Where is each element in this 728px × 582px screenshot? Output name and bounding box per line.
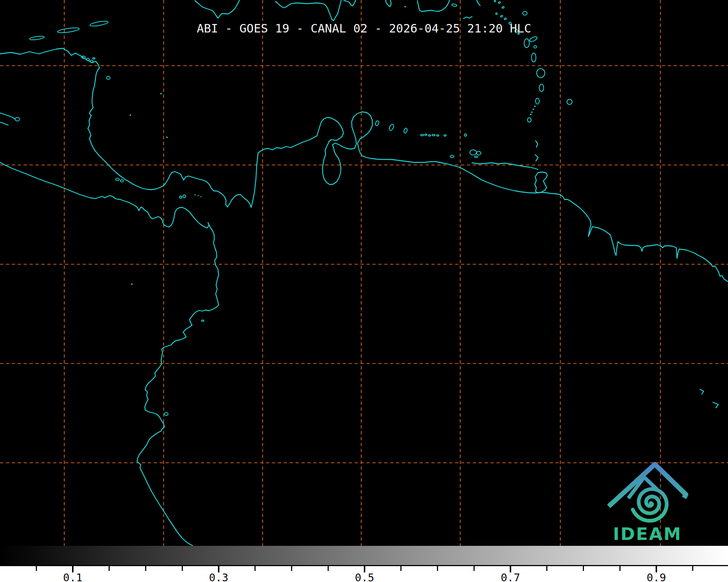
island-outline (375, 120, 379, 126)
colorbar-tick-label: 0.3 (209, 571, 228, 582)
island-outline (421, 134, 424, 136)
island-outline (428, 135, 431, 136)
colorbar-tick-label: 0.5 (355, 571, 374, 582)
islet-dot (166, 137, 168, 138)
island-outline (527, 118, 531, 122)
colorbar-minor-tick (145, 566, 146, 571)
island-outline (470, 150, 476, 155)
coastline (386, 0, 391, 7)
colorbar-minor-tick (437, 566, 438, 571)
islet-dot (531, 111, 533, 113)
colorbar-minor-tick (254, 566, 256, 571)
colorbar-minor-tick (619, 566, 621, 571)
island-outline (30, 35, 45, 40)
island-outline (498, 1, 500, 4)
island-outline (444, 135, 446, 136)
islet-dot (404, 6, 406, 7)
islet-dot (201, 196, 202, 197)
island-outline (524, 39, 529, 48)
ideam-logo-text: IDEAM (613, 524, 682, 544)
coastline (195, 0, 239, 18)
island-outline (529, 36, 538, 42)
product-title: ABI - GOES 19 - CANAL 02 - 2026-04-25 21… (0, 21, 728, 35)
colorbar-minor-tick (546, 566, 547, 571)
islet-dot (131, 283, 133, 285)
island-outline (164, 413, 168, 416)
coastline (417, 0, 450, 11)
satellite-map: IDEAM (0, 0, 728, 582)
island-outline (432, 134, 435, 136)
colorbar-minor-tick (583, 566, 584, 571)
coastline (536, 141, 538, 147)
colorbar-minor-tick (36, 566, 37, 571)
coastline (535, 172, 547, 193)
island-outline (120, 180, 123, 182)
island-outline (475, 156, 478, 158)
island-outline (532, 53, 536, 62)
coastline (535, 155, 538, 161)
island-outline (500, 15, 503, 17)
island-outline (539, 84, 544, 92)
islet-dot (160, 93, 162, 94)
ideam-logo-spiral-center (649, 501, 653, 505)
island-outline (180, 196, 182, 198)
island-outline (494, 0, 496, 2)
coastline (700, 389, 704, 394)
colorbar-minor-tick (692, 566, 693, 571)
coastline (276, 0, 341, 21)
colorbar-minor-tick (182, 566, 183, 571)
island-outline (403, 128, 408, 134)
coastline (464, 17, 472, 18)
islet-dot (130, 114, 131, 116)
island-outline (504, 18, 506, 20)
reflectance-colorbar: Reflectancia (0, 546, 728, 566)
coastline (344, 0, 356, 6)
colorbar-tick-label: 0.7 (501, 571, 520, 582)
islet-dot (195, 194, 196, 196)
satellite-product-view: IDEAM ABI - GOES 19 - CANAL 02 - 2026-04… (0, 0, 728, 582)
island-outline (202, 320, 204, 321)
island-outline (476, 151, 481, 155)
island-outline (502, 6, 504, 8)
island-outline (437, 135, 439, 136)
island-outline (389, 124, 395, 131)
island-outline (523, 11, 527, 15)
island-outline (15, 117, 20, 121)
colorbar-tick-label: 0.9 (647, 571, 666, 582)
island-outline (90, 60, 93, 62)
island-outline (452, 4, 457, 7)
island-outline (116, 178, 119, 180)
island-outline (86, 58, 89, 61)
island-outline (537, 69, 545, 78)
colorbar-tick-label: 0.1 (63, 571, 82, 582)
coastline (713, 402, 718, 408)
colorbar-minor-tick (291, 566, 292, 571)
colorbar-minor-tick (474, 566, 475, 571)
island-outline (496, 13, 497, 14)
island-outline (464, 134, 466, 136)
islet-dot (534, 106, 536, 107)
island-outline (450, 155, 454, 158)
ideam-logo-hurricane-spiral-icon (633, 489, 667, 521)
island-outline (106, 76, 110, 79)
coastline (472, 163, 538, 169)
island-outline (567, 99, 572, 104)
coastline (477, 0, 480, 6)
colorbar-minor-tick (400, 566, 401, 571)
island-outline (425, 134, 427, 135)
island-outline (536, 98, 539, 104)
islet-dot (530, 114, 532, 115)
colorbar-minor-tick (328, 566, 329, 571)
coastline (0, 113, 15, 119)
colorbar-minor-tick (109, 566, 110, 571)
coastline (0, 122, 8, 125)
island-outline (93, 58, 95, 59)
island-outline (534, 46, 537, 48)
islet-dot (198, 195, 199, 196)
island-outline (183, 195, 186, 198)
islet-dot (533, 109, 534, 110)
coastline (0, 162, 219, 545)
